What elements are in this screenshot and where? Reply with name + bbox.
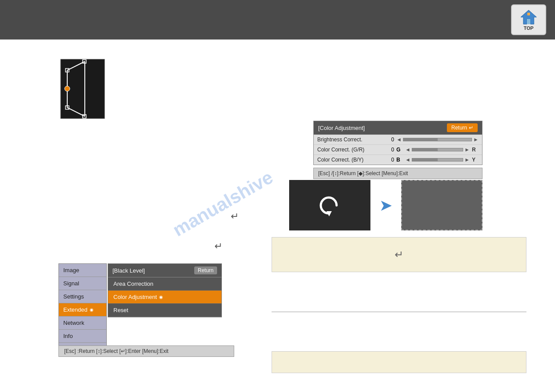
arrow-right-blue-icon: ➤: [379, 196, 392, 215]
black-level-title-text: [Black Level]: [112, 267, 145, 274]
info-box-2: [272, 351, 526, 373]
color-adj-hint: [Esc] /[↕]:Return [◆]:Select [Menu]:Exit: [313, 168, 482, 179]
black-level-return-button[interactable]: Return: [194, 266, 217, 274]
header-bar: TOP: [0, 0, 555, 40]
color-adj-title-bar: [Color Adjustment] Return: [313, 121, 482, 134]
black-level-title: [Black Level] Return: [108, 264, 221, 277]
brightness-bar-indicator: [403, 138, 438, 141]
top-button[interactable]: TOP: [511, 4, 546, 35]
preview-before: [289, 180, 370, 230]
menu-item-network[interactable]: Network: [59, 316, 106, 330]
gr-bar-indicator: [412, 148, 438, 151]
brightness-bar: [403, 138, 472, 141]
menu-item-extended[interactable]: Extended: [59, 303, 106, 316]
color-adj-hint-text: [Esc] /[↕]:Return [◆]:Select [Menu]:Exit: [318, 170, 408, 176]
watermark: manualshive: [169, 167, 276, 241]
status-bar-text: [Esc] :Return [↕]:Select [↵]:Enter [Menu…: [64, 348, 168, 354]
by-bar-container: ◄ ►: [405, 157, 470, 163]
by-bar: [412, 158, 463, 162]
by-arrow-right[interactable]: ►: [464, 157, 470, 163]
main-menu: Image Signal Settings Extended Network I…: [58, 263, 107, 356]
enter-symbol-1: ↵: [231, 211, 239, 222]
gr-letter-right: R: [472, 147, 479, 153]
by-row: Color Correct. (B/Y) 0 B ◄ ► Y: [314, 155, 482, 165]
menu-item-info[interactable]: Info: [59, 330, 106, 343]
brightness-bar-container: ◄ ►: [396, 137, 479, 143]
gr-arrow-left[interactable]: ◄: [405, 147, 410, 153]
color-adj-title: [Color Adjustment]: [318, 125, 365, 131]
gr-bar-container: ◄ ►: [405, 147, 470, 153]
svg-rect-2: [527, 13, 530, 15]
menu-item-settings[interactable]: Settings: [59, 290, 106, 303]
preview-after: [401, 180, 482, 230]
by-arrow-left[interactable]: ◄: [405, 157, 410, 163]
color-adj-return-button[interactable]: Return: [447, 123, 478, 132]
by-letter-left: B: [396, 157, 403, 163]
status-bar: [Esc] :Return [↕]:Select [↵]:Enter [Menu…: [58, 345, 234, 357]
black-level-menu: [Black Level] Return Area Correction Col…: [108, 263, 222, 317]
enter-symbol-2: ↵: [214, 241, 222, 252]
top-label: TOP: [524, 25, 533, 31]
menu-area: Image Signal Settings Extended Network I…: [58, 263, 107, 356]
color-adj-rows: Brightness Correct. 0 ◄ ► Color Correct.…: [313, 134, 482, 165]
info-box-1-enter: ↵: [395, 248, 403, 261]
submenu-reset[interactable]: Reset: [108, 304, 221, 317]
menu-item-image[interactable]: Image: [59, 264, 106, 277]
by-label: Color Correct. (B/Y): [317, 157, 379, 163]
house-icon: [520, 9, 537, 25]
undo-arrow-icon: [317, 194, 343, 216]
brightness-label: Brightness Correct.: [317, 137, 379, 143]
menu-item-signal[interactable]: Signal: [59, 277, 106, 290]
preview-area: ➤: [289, 180, 482, 230]
submenu-area-correction[interactable]: Area Correction: [108, 277, 221, 291]
gr-label: Color Correct. (G/R): [317, 147, 379, 153]
svg-point-9: [65, 86, 70, 91]
brightness-row: Brightness Correct. 0 ◄ ►: [314, 135, 482, 145]
gr-row: Color Correct. (G/R) 0 G ◄ ► R: [314, 145, 482, 155]
gr-value: 0: [381, 147, 394, 153]
info-box-1: ↵: [272, 237, 526, 272]
main-content: ↵ ↵ Image Signal Settings Extended Netwo…: [0, 40, 555, 392]
by-value: 0: [381, 157, 394, 163]
gr-bar: [412, 148, 463, 151]
color-adjustment-panel: [Color Adjustment] Return Brightness Cor…: [313, 121, 482, 179]
submenu-color-adjustment[interactable]: Color Adjustment: [108, 291, 221, 304]
brightness-arrow-left[interactable]: ◄: [396, 137, 402, 143]
brightness-arrow-right[interactable]: ►: [473, 137, 479, 143]
gr-letter-left: G: [396, 147, 403, 153]
projection-shape: [58, 57, 107, 121]
hr-divider: [272, 312, 526, 312]
brightness-value: 0: [381, 137, 394, 143]
by-bar-indicator: [412, 158, 438, 161]
gr-arrow-right[interactable]: ►: [464, 147, 470, 153]
svg-rect-1: [527, 19, 530, 24]
by-letter-right: Y: [472, 157, 479, 163]
